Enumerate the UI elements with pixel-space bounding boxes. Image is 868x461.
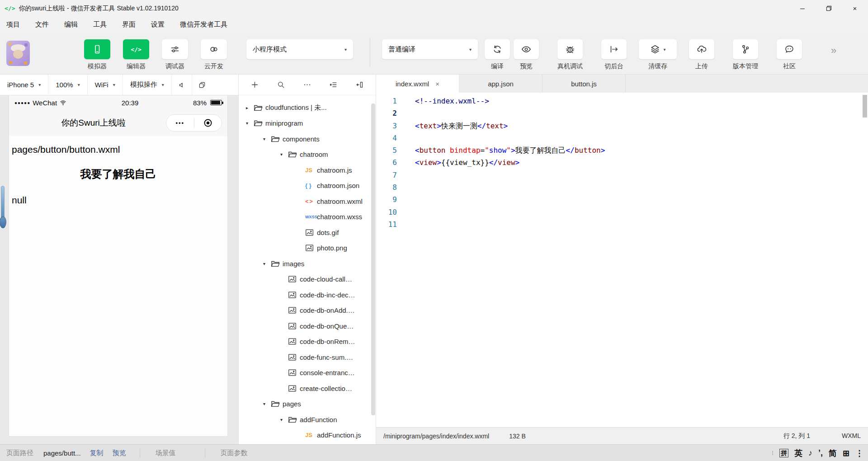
- ime-item[interactable]: 拼: [779, 449, 788, 457]
- menu-item[interactable]: 项目: [6, 20, 20, 29]
- tree-item[interactable]: ▾components: [239, 131, 376, 147]
- clock: 20:39: [122, 99, 139, 107]
- tree-item[interactable]: console-entranc…: [239, 365, 376, 381]
- close-button[interactable]: ×: [842, 0, 868, 17]
- tree-item[interactable]: JSaddFunction.js: [239, 428, 376, 440]
- more-options-icon[interactable]: [303, 80, 311, 89]
- restore-button[interactable]: [816, 0, 842, 17]
- chevron-down-icon: ▾: [162, 82, 164, 87]
- network-select[interactable]: WiFi▾: [88, 75, 123, 95]
- eye-icon: [514, 39, 539, 59]
- tree-item[interactable]: code-db-onAdd.…: [239, 303, 376, 319]
- tree-item[interactable]: code-db-inc-dec…: [239, 287, 376, 303]
- ime-item[interactable]: 英: [794, 448, 802, 459]
- device-select[interactable]: iPhone 5▾: [0, 75, 48, 95]
- toolbar-button[interactable]: 模拟器: [78, 39, 117, 71]
- collapse-panel-icon[interactable]: [355, 80, 364, 89]
- tree-item[interactable]: JSchatroom.js: [239, 162, 376, 178]
- tree-arrow-icon[interactable]: ▾: [263, 401, 271, 406]
- tab-index-wxml[interactable]: index.wxml ×: [376, 75, 459, 93]
- line-number: 11: [376, 218, 405, 230]
- tree-arrow-icon[interactable]: ▾: [280, 417, 288, 422]
- action-cloudup[interactable]: 上传: [687, 39, 716, 71]
- code-editor[interactable]: 1<!--index.wxml-->23<text>快来测一测</text>45…: [376, 93, 868, 427]
- editor-scrollbar[interactable]: [863, 95, 867, 118]
- collapse-all-icon[interactable]: [329, 80, 338, 89]
- scene-value-button[interactable]: 场景值: [140, 448, 191, 458]
- tree-arrow-icon[interactable]: ▾: [263, 261, 271, 266]
- tab-button-js[interactable]: button.js: [542, 75, 626, 93]
- cloudup-icon: [689, 39, 714, 59]
- action-label: 上传: [695, 62, 708, 71]
- toolbar-button[interactable]: 调试器: [156, 39, 194, 71]
- action-branch[interactable]: 版本管理: [731, 39, 760, 71]
- tree-item[interactable]: ▾pages: [239, 396, 376, 412]
- tree-item[interactable]: dots.gif: [239, 225, 376, 240]
- action-layers[interactable]: ▾清缓存: [643, 39, 672, 71]
- tree-arrow-icon[interactable]: ▸: [246, 105, 254, 110]
- simulator-drag-handle[interactable]: [0, 186, 7, 229]
- miniapp-button[interactable]: 我要了解我自己: [12, 167, 225, 181]
- ime-grip[interactable]: ⁞: [772, 450, 774, 456]
- ime-item[interactable]: ⊞: [843, 448, 849, 458]
- menu-item[interactable]: 设置: [151, 20, 165, 29]
- tree-item[interactable]: photo.png: [239, 240, 376, 256]
- tab-app-json[interactable]: app.json: [459, 75, 542, 93]
- tree-scrollbar[interactable]: [371, 103, 375, 415]
- toolbar-overflow-button[interactable]: »: [831, 45, 835, 56]
- tree-item[interactable]: code-func-sum.…: [239, 349, 376, 365]
- tree-arrow-icon[interactable]: ▾: [280, 152, 288, 157]
- action-eye[interactable]: 预览: [512, 39, 541, 71]
- mute-icon[interactable]: [172, 75, 192, 95]
- copy-link[interactable]: 复制: [90, 449, 104, 457]
- simulate-operations-select[interactable]: 模拟操作▾: [123, 75, 172, 95]
- tree-item[interactable]: ▾miniprogram: [239, 116, 376, 132]
- cursor-position[interactable]: 行 2, 列 1: [783, 432, 810, 440]
- action-tobar[interactable]: 切后台: [599, 39, 628, 71]
- action-chat[interactable]: 社区: [775, 39, 804, 71]
- tree-arrow-icon[interactable]: ▾: [263, 136, 271, 141]
- bottom-bar: 页面路径 pages/butt... 复制 预览 场景值 页面参数 ⁞拼英♪’,…: [0, 444, 868, 461]
- ime-item[interactable]: ⋮: [855, 448, 863, 458]
- close-tab-icon[interactable]: ×: [435, 80, 439, 88]
- page-path-value: pages/butt...: [43, 449, 81, 457]
- zoom-select[interactable]: 100%▾: [48, 75, 87, 95]
- more-button[interactable]: •••: [166, 120, 194, 127]
- menu-item[interactable]: 编辑: [64, 20, 78, 29]
- minimize-button[interactable]: [789, 0, 816, 17]
- page-params-button[interactable]: 页面参数: [205, 448, 263, 458]
- tree-item[interactable]: ▾addFunction: [239, 412, 376, 428]
- detach-window-icon[interactable]: [192, 75, 212, 95]
- preview-link[interactable]: 预览: [113, 449, 126, 457]
- tree-item-label: create-collectio…: [300, 385, 352, 392]
- tree-item[interactable]: ▸cloudfunctions | 未...: [239, 100, 376, 116]
- mode-select[interactable]: 小程序模式▾: [246, 39, 353, 59]
- tree-item[interactable]: { }chatroom.json: [239, 178, 376, 194]
- menu-item[interactable]: 微信开发者工具: [180, 20, 227, 29]
- language-mode[interactable]: WXML: [842, 432, 861, 440]
- toolbar-button[interactable]: </>编辑器: [117, 39, 156, 71]
- tree-item[interactable]: < >chatroom.wxml: [239, 193, 376, 209]
- record-close-button[interactable]: [194, 118, 222, 128]
- ime-item[interactable]: ’,: [818, 448, 823, 458]
- compile-mode-select[interactable]: 普通编译▾: [382, 39, 478, 59]
- ime-item[interactable]: ♪: [808, 448, 812, 458]
- tree-item[interactable]: create-collectio…: [239, 381, 376, 396]
- tree-item[interactable]: code-db-onRem…: [239, 334, 376, 350]
- ime-item[interactable]: 简: [829, 448, 837, 459]
- search-icon[interactable]: [277, 80, 285, 89]
- tree-item[interactable]: code-cloud-call…: [239, 272, 376, 287]
- menu-item[interactable]: 文件: [35, 20, 49, 29]
- tree-item[interactable]: code-db-onQue…: [239, 318, 376, 334]
- action-bug[interactable]: 真机调试: [556, 39, 585, 71]
- menu-item[interactable]: 界面: [122, 20, 136, 29]
- action-refresh[interactable]: 编译: [483, 39, 512, 71]
- menu-item[interactable]: 工具: [93, 20, 107, 29]
- tree-arrow-icon[interactable]: ▾: [246, 121, 254, 126]
- tree-item[interactable]: WXSSchatroom.wxss: [239, 209, 376, 225]
- tree-item[interactable]: ▾images: [239, 256, 376, 272]
- new-file-icon[interactable]: [250, 80, 259, 89]
- tree-item[interactable]: ▾chatroom: [239, 147, 376, 163]
- user-avatar[interactable]: [6, 41, 30, 66]
- toolbar-button[interactable]: 云开发: [194, 39, 233, 71]
